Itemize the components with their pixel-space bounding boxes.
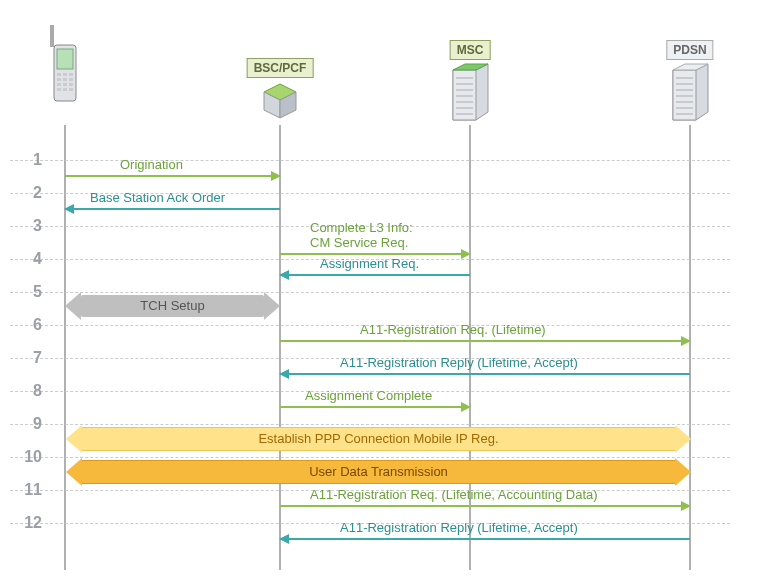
svg-rect-2 — [50, 25, 54, 47]
step-number: 10 — [14, 448, 42, 466]
step-number: 9 — [14, 415, 42, 433]
step-number: 1 — [14, 151, 42, 169]
svg-rect-7 — [63, 78, 67, 81]
svg-rect-9 — [57, 83, 61, 86]
message-arrow: Base Station Ack Order — [65, 208, 280, 210]
message-arrow: Assignment Complete — [280, 406, 470, 408]
step-number: 4 — [14, 250, 42, 268]
svg-rect-5 — [69, 73, 73, 76]
phase-bar-label: User Data Transmission — [309, 464, 448, 479]
message-arrow: A11-Registration Reply (Lifetime, Accept… — [280, 373, 690, 375]
phase-bar-label: TCH Setup — [140, 298, 204, 313]
bsc-icon — [260, 82, 300, 125]
message-arrow: A11-Registration Req. (Lifetime, Account… — [280, 505, 690, 507]
svg-rect-14 — [69, 88, 73, 91]
step-number: 5 — [14, 283, 42, 301]
msc-label-text: MSC — [457, 43, 484, 57]
step-number: 8 — [14, 382, 42, 400]
bsc-label: BSC/PCF — [247, 58, 314, 78]
step-number: 3 — [14, 217, 42, 235]
msc-label: MSC — [450, 40, 491, 60]
bsc-label-text: BSC/PCF — [254, 61, 307, 75]
phase-bar: TCH Setup — [81, 295, 264, 317]
svg-rect-13 — [63, 88, 67, 91]
step-number: 6 — [14, 316, 42, 334]
svg-rect-8 — [69, 78, 73, 81]
svg-rect-6 — [57, 78, 61, 81]
message-label: A11-Registration Req. (Lifetime, Account… — [310, 487, 598, 502]
message-label: Base Station Ack Order — [90, 190, 225, 205]
svg-rect-11 — [69, 83, 73, 86]
message-label: Assignment Complete — [305, 388, 432, 403]
message-arrow: Complete L3 Info:CM Service Req. — [280, 253, 470, 255]
message-arrow: Origination — [65, 175, 280, 177]
svg-rect-4 — [63, 73, 67, 76]
message-label: Origination — [120, 157, 183, 172]
step-number: 12 — [14, 514, 42, 532]
svg-rect-1 — [57, 49, 73, 69]
step-number: 2 — [14, 184, 42, 202]
svg-rect-10 — [63, 83, 67, 86]
message-label: A11-Registration Req. (Lifetime) — [360, 322, 546, 337]
message-arrow: A11-Registration Reply (Lifetime, Accept… — [280, 538, 690, 540]
message-label: A11-Registration Reply (Lifetime, Accept… — [340, 520, 578, 535]
pdsn-label-text: PDSN — [673, 43, 706, 57]
pdsn-icon — [668, 62, 714, 129]
message-arrow: A11-Registration Req. (Lifetime) — [280, 340, 690, 342]
mobile-icon — [45, 25, 85, 128]
phase-bar: User Data Transmission — [81, 460, 676, 484]
svg-rect-12 — [57, 88, 61, 91]
step-number: 11 — [14, 481, 42, 499]
message-arrow: Assignment Req. — [280, 274, 470, 276]
message-label: A11-Registration Reply (Lifetime, Accept… — [340, 355, 578, 370]
svg-rect-3 — [57, 73, 61, 76]
message-label: Complete L3 Info:CM Service Req. — [310, 220, 413, 250]
msc-icon — [448, 62, 494, 129]
step-number: 7 — [14, 349, 42, 367]
phase-bar-label: Establish PPP Connection Mobile IP Reg. — [258, 431, 498, 446]
phase-bar: Establish PPP Connection Mobile IP Reg. — [81, 427, 676, 451]
pdsn-label: PDSN — [666, 40, 713, 60]
message-label: Assignment Req. — [320, 256, 419, 271]
